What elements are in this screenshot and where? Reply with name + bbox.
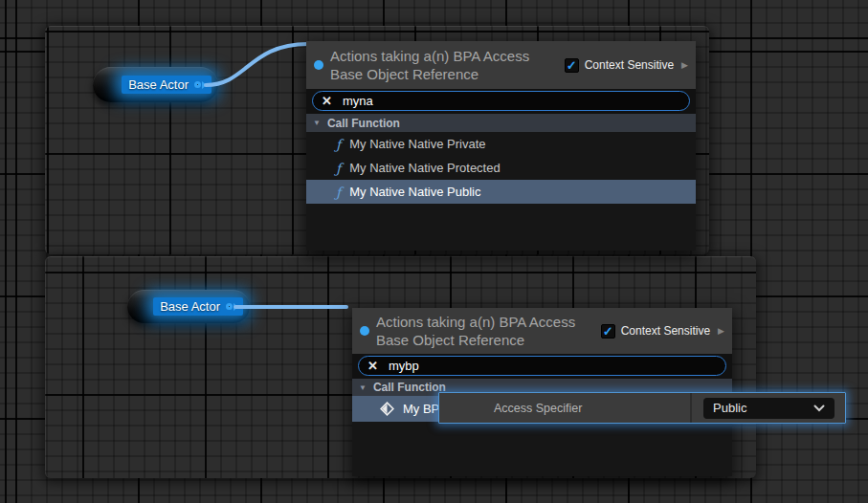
context-sensitive-label: Context Sensitive [621,324,710,338]
context-sensitive-control: ✓ Context Sensitive ▶ [565,58,688,73]
base-actor-node-top[interactable]: Base Actor [93,67,218,102]
expand-arrow-icon[interactable]: ▶ [718,326,724,336]
node-label-highlight: Base Actor [153,297,243,316]
context-menu-top: Actions taking a(n) BPA Access Base Obje… [306,41,696,251]
clear-search-icon[interactable]: ✕ [367,360,378,372]
context-sensitive-control: ✓ Context Sensitive ▶ [601,324,724,339]
node-label: Base Actor [128,77,189,92]
menu-header: Actions taking a(n) BPA Access Base Obje… [352,308,732,354]
collapse-arrow-icon: ▼ [313,119,321,127]
node-label-highlight: Base Actor [122,76,211,94]
menu-title: Actions taking a(n) BPA Access Base Obje… [376,313,575,349]
blueprint-graph-canvas[interactable]: Base Actor Base Actor Actions taking a(n… [0,0,868,503]
menu-header: Actions taking a(n) BPA Access Base Obje… [306,41,696,89]
search-input[interactable] [343,94,680,108]
blueprint-function-icon [380,402,394,416]
object-pin-type-icon [360,326,369,336]
access-specifier-dropdown[interactable]: Public [703,398,835,419]
menu-title: Actions taking a(n) BPA Access Base Obje… [330,47,529,83]
access-specifier-label: Access Specifier [494,402,690,415]
menu-item-my-native-native-protected[interactable]: ƒ My Native Native Protected [306,156,696,180]
object-pin-type-icon [314,60,323,70]
node-label: Base Actor [160,299,220,314]
expand-arrow-icon[interactable]: ▶ [681,60,688,70]
function-icon: ƒ [336,138,341,151]
function-icon: ƒ [336,186,341,199]
clear-search-icon[interactable]: ✕ [322,95,332,107]
menu-item-my-native-native-private[interactable]: ƒ My Native Native Private [306,132,696,156]
divider [690,393,692,423]
context-sensitive-checkbox[interactable]: ✓ [601,324,615,339]
access-specifier-tooltip: Access Specifier Public [438,392,846,424]
check-icon: ✓ [603,324,613,339]
search-box: ✕ [312,91,690,111]
search-area: ✕ [352,354,732,379]
chevron-down-icon [813,405,825,412]
function-icon: ƒ [336,162,341,175]
search-area: ✕ [306,89,696,114]
menu-item-my-native-native-public[interactable]: ƒ My Native Native Public [306,180,696,204]
search-box: ✕ [358,356,726,376]
base-actor-node-bottom[interactable]: Base Actor [127,290,250,323]
menu-item-list: ƒ My Native Native Private ƒ My Native N… [306,132,696,251]
category-call-function[interactable]: ▼ Call Function [306,114,696,132]
collapse-arrow-icon: ▼ [359,383,367,392]
search-input[interactable] [389,359,717,373]
context-sensitive-checkbox[interactable]: ✓ [565,58,579,73]
check-icon: ✓ [567,58,577,73]
context-sensitive-label: Context Sensitive [585,58,674,72]
